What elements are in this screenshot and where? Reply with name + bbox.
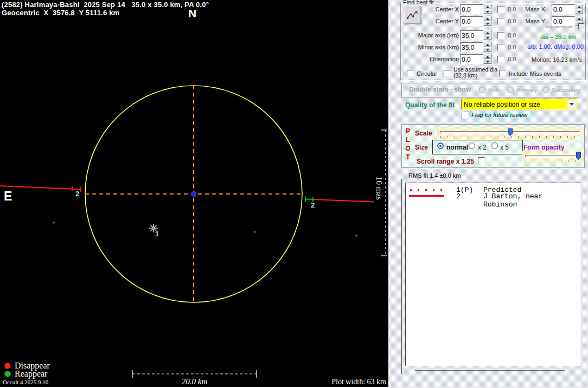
double-stars-primary-radio[interactable] [507,87,514,93]
plot-title-line2: Geocentric X 3576.8 Y 5111.6 km [2,9,119,17]
form-opacity-slider-thumb[interactable] [576,152,581,160]
double-stars-title: Double stars - show [409,86,471,93]
major-axis-checkbox[interactable] [497,32,504,39]
mass-x-label: Mass X [520,6,545,12]
orientation-field[interactable] [460,54,483,64]
double-stars-both-radio[interactable] [479,87,485,93]
circular-checkbox[interactable] [407,70,414,77]
rms-fit-label: RMS fit 1.4 ±0.0 km [408,172,461,179]
km-scale-label: 20.0 km [132,377,257,386]
axis-ratio-readout: a/b: 1.00, dMag: 0.00 [527,43,584,50]
plot-shapes [0,0,388,387]
snap-threshold-label: Snap threshold [543,24,572,29]
plot-title-line1: (2582) Harimaya-Bashi 2025 Sep 14 35.0 x… [2,1,209,9]
chord2-reappear-line [305,199,314,199]
use-assumed-dia-label: Use assumed dia (32.8 km) [453,67,499,79]
center-y-spinner[interactable] [483,16,491,27]
orientation-check-value: 0.0 [508,56,516,62]
minor-axis-checkbox[interactable] [497,44,504,51]
chord2-right-line [314,199,374,202]
chord-list-code: 2 [456,192,461,201]
center-x-checkbox[interactable] [497,6,504,13]
star1-label: 1 [155,230,159,238]
double-stars-secondary-label: Secondary [552,87,580,93]
version-label: Occult 4.2025.9.10 [3,379,48,385]
mas-scale-label: 10 mas [374,177,384,200]
find-best-fit-group-title: Find best fit [402,0,435,5]
double-stars-both-label: Both [488,87,501,93]
occultation-plot-canvas[interactable]: (2582) Harimaya-Bashi 2025 Sep 14 35.0 x… [0,0,389,388]
minor-axis-check-value: 0.0 [508,44,516,50]
center-y-checkbox[interactable] [497,18,504,25]
minor-axis-field[interactable] [460,42,483,53]
major-axis-spinner[interactable] [483,30,491,41]
north-label: N [188,7,196,20]
field-star-dot [53,222,54,223]
km-scale-bar [132,370,257,378]
quality-of-fit-label: Quality of the fit [405,101,455,109]
major-axis-check-value: 0.0 [508,32,516,38]
use-assumed-dia-checkbox[interactable] [444,70,451,77]
legend-reappear-label: Reappear [15,369,47,379]
orientation-checkbox[interactable] [497,56,504,63]
include-miss-label: Include Miss events [509,70,561,77]
major-axis-field[interactable] [460,30,483,41]
center-y-check-value: 0.0 [508,18,516,24]
mass-x-input[interactable] [552,4,575,15]
scale-label: Scale [415,130,432,137]
size-normal-radio[interactable] [437,143,444,149]
form-opacity-slider[interactable] [522,151,584,163]
dropdown-arrow-icon[interactable] [567,100,576,109]
field-star-dot [254,231,255,232]
major-axis-input[interactable] [460,30,483,41]
scale-slider[interactable] [437,127,583,140]
star-asterisk-center [152,227,155,229]
chord2-left-line [0,186,81,190]
minor-axis-spinner[interactable] [483,42,491,53]
list-panel-edge [401,179,402,374]
mass-x-field[interactable] [552,4,575,15]
flag-review-checkbox[interactable] [462,112,469,119]
chord2-left-label: 2 [75,190,79,198]
size-x2-radio[interactable] [469,143,475,149]
center-x-check-value: 0.0 [508,6,516,12]
size-x2-label: x 2 [478,144,487,151]
reappear-legend-dot [5,371,11,377]
scale-slider-thumb[interactable] [508,128,513,136]
double-stars-secondary-radio[interactable] [542,87,549,93]
major-axis-label: Major axis (km) [411,32,459,38]
orientation-input[interactable] [460,54,483,64]
center-x-input[interactable] [460,4,483,15]
circular-label: Circular [417,70,437,77]
center-y-label: Center Y [411,18,459,24]
minor-axis-input[interactable] [460,42,483,53]
quality-of-fit-dropdown[interactable]: No reliable position or size [461,99,577,110]
plot-group-title: PLOT [404,127,412,159]
center-x-label: Center X [411,6,459,12]
center-y-field[interactable] [460,16,483,27]
chord-list[interactable]: 1(P) Predicted 2 J Barton, near Robinson [405,183,581,366]
size-normal-label: normal [446,144,468,151]
center-x-field[interactable] [460,4,483,15]
center-x-spinner[interactable] [483,4,491,15]
scroll-range-label: Scroll range x 1.25 [417,158,474,165]
observed-solid-line-swatch [409,195,444,197]
orientation-spinner[interactable] [483,54,491,64]
minor-axis-label: Minor axis (km) [411,44,459,50]
plot-width-label: Plot width: 63 km [304,378,386,386]
scroll-range-checkbox[interactable] [478,157,485,164]
field-star-dot [355,235,357,236]
snap-threshold-checkbox[interactable] [578,23,584,29]
occult-fit-window: (2582) Harimaya-Bashi 2025 Sep 14 35.0 x… [0,0,588,388]
orientation-label: Orientation [411,56,459,62]
mass-y-label: Mass Y [520,18,545,24]
size-x5-radio[interactable] [491,143,498,149]
predicted-dotted-line-swatch [410,189,444,191]
flag-review-label: Flag for future review [471,112,527,118]
center-y-input[interactable] [460,16,483,27]
center-dot [191,192,196,197]
include-miss-checkbox[interactable] [499,70,506,77]
size-label: Size [415,144,428,151]
mass-x-spinner[interactable] [575,4,583,15]
double-stars-primary-label: Primary [516,87,537,93]
